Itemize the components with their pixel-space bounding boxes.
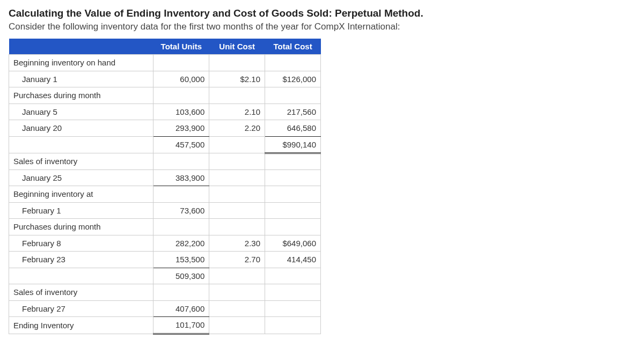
cell: 414,450: [265, 252, 321, 268]
col-spacer: [9, 39, 153, 55]
cell-label: Sales of inventory: [9, 284, 153, 301]
cell-label: Sales of inventory: [9, 153, 153, 170]
cell: [209, 153, 265, 170]
cell: [153, 153, 209, 170]
cell: 153,500: [153, 252, 209, 268]
cell-label: February 27: [9, 300, 153, 317]
table-row: Sales of inventory: [9, 153, 321, 170]
cell: 2.10: [209, 104, 265, 120]
cell: [265, 300, 321, 317]
cell: 646,580: [265, 120, 321, 137]
table-header-row: Total Units Unit Cost Total Cost: [9, 39, 321, 55]
table-row: Beginning inventory on hand: [9, 55, 321, 71]
table-row: 509,300: [9, 268, 321, 284]
cell: [153, 219, 209, 235]
cell: [153, 186, 209, 203]
cell: 509,300: [153, 268, 209, 284]
cell: [153, 284, 209, 301]
cell: [265, 219, 321, 235]
cell: 2.30: [209, 235, 265, 252]
cell-label: January 20: [9, 120, 153, 137]
table-row: January 25 383,900: [9, 169, 321, 186]
cell: [265, 169, 321, 186]
cell: [153, 87, 209, 104]
cell: 73,600: [153, 202, 209, 219]
cell: 2.70: [209, 252, 265, 268]
cell: [265, 202, 321, 219]
cell: [209, 284, 265, 301]
table-row: January 1 60,000 $2.10 $126,000: [9, 71, 321, 87]
cell: $649,060: [265, 235, 321, 252]
cell: [209, 202, 265, 219]
cell: [209, 268, 265, 284]
cell: 383,900: [153, 169, 209, 186]
table-row: 457,500 $990,140: [9, 136, 321, 153]
cell: 60,000: [153, 71, 209, 87]
table-row: Purchases during month: [9, 87, 321, 104]
page-subtitle: Consider the following inventory data fo…: [9, 21, 635, 32]
cell: [209, 136, 265, 153]
cell: [209, 219, 265, 235]
col-total-cost: Total Cost: [265, 39, 321, 55]
cell: [209, 317, 265, 334]
cell: [153, 55, 209, 71]
col-unit-cost: Unit Cost: [209, 39, 265, 55]
cell: 103,600: [153, 104, 209, 120]
cell: [209, 55, 265, 71]
cell-label: January 25: [9, 169, 153, 186]
cell: 217,560: [265, 104, 321, 120]
table-row: Beginning inventory at: [9, 186, 321, 203]
cell: [265, 55, 321, 71]
cell: [265, 186, 321, 203]
cell: 2.20: [209, 120, 265, 137]
cell-label: Purchases during month: [9, 219, 153, 235]
inventory-table: Total Units Unit Cost Total Cost Beginni…: [9, 39, 321, 335]
cell-label: [9, 136, 153, 153]
cell: [265, 153, 321, 170]
cell: 457,500: [153, 136, 209, 153]
cell-label: January 1: [9, 71, 153, 87]
cell: 293,900: [153, 120, 209, 137]
cell: [209, 300, 265, 317]
cell-label: January 5: [9, 104, 153, 120]
table-row: February 23 153,500 2.70 414,450: [9, 252, 321, 268]
cell-label: Ending Inventory: [9, 317, 153, 334]
table-row: January 5 103,600 2.10 217,560: [9, 104, 321, 120]
table-row: February 8 282,200 2.30 $649,060: [9, 235, 321, 252]
cell: [209, 87, 265, 104]
cell: $126,000: [265, 71, 321, 87]
page-title: Calculating the Value of Ending Inventor…: [9, 8, 635, 19]
cell-label: Purchases during month: [9, 87, 153, 104]
table-row: Ending Inventory 101,700: [9, 317, 321, 334]
table-row: Purchases during month: [9, 219, 321, 235]
table-row: February 27 407,600: [9, 300, 321, 317]
cell: 101,700: [153, 317, 209, 334]
cell-label: February 8: [9, 235, 153, 252]
cell: 407,600: [153, 300, 209, 317]
cell-label: [9, 268, 153, 284]
cell-label: February 23: [9, 252, 153, 268]
cell: $990,140: [265, 136, 321, 153]
cell: 282,200: [153, 235, 209, 252]
cell-label: Beginning inventory at: [9, 186, 153, 203]
cell: [209, 186, 265, 203]
cell: [209, 169, 265, 186]
cell: [265, 268, 321, 284]
table-row: February 1 73,600: [9, 202, 321, 219]
cell: [265, 317, 321, 334]
col-total-units: Total Units: [153, 39, 209, 55]
cell: [265, 284, 321, 301]
table-row: January 20 293,900 2.20 646,580: [9, 120, 321, 137]
cell-label: Beginning inventory on hand: [9, 55, 153, 71]
cell: [265, 87, 321, 104]
table-row: Sales of inventory: [9, 284, 321, 301]
cell-label: February 1: [9, 202, 153, 219]
cell: $2.10: [209, 71, 265, 87]
